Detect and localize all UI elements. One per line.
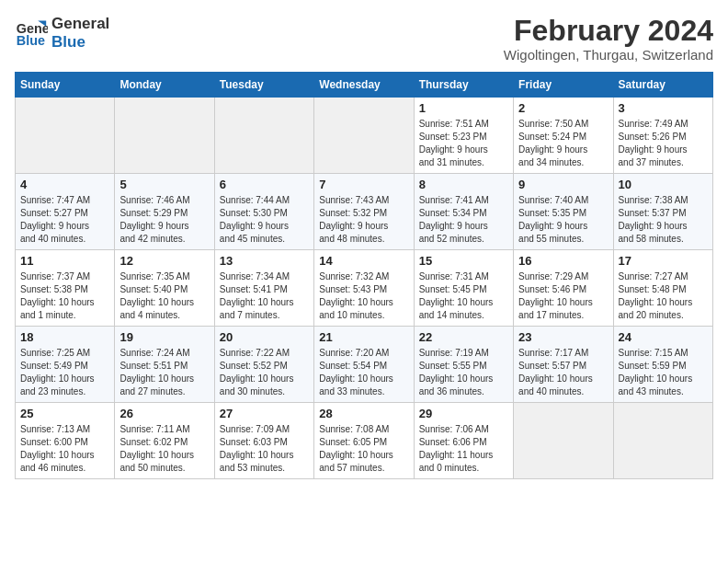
calendar-cell bbox=[16, 98, 115, 174]
day-number: 8 bbox=[419, 178, 508, 191]
day-number: 22 bbox=[419, 330, 508, 344]
calendar-cell: 15Sunrise: 7:31 AM Sunset: 5:45 PM Dayli… bbox=[414, 250, 513, 327]
day-info: Sunrise: 7:41 AM Sunset: 5:34 PM Dayligh… bbox=[419, 194, 508, 246]
day-info: Sunrise: 7:24 AM Sunset: 5:51 PM Dayligh… bbox=[119, 347, 209, 398]
calendar-cell bbox=[314, 98, 414, 174]
title-block: February 2024 Wigoltingen, Thurgau, Swit… bbox=[504, 15, 713, 63]
day-info: Sunrise: 7:37 AM Sunset: 5:38 PM Dayligh… bbox=[20, 270, 109, 322]
header-wednesday: Wednesday bbox=[314, 73, 414, 98]
week-row-3: 18Sunrise: 7:25 AM Sunset: 5:49 PM Dayli… bbox=[16, 327, 713, 403]
day-info: Sunrise: 7:15 AM Sunset: 5:59 PM Dayligh… bbox=[619, 347, 708, 398]
day-number: 28 bbox=[319, 407, 408, 420]
day-info: Sunrise: 7:49 AM Sunset: 5:26 PM Dayligh… bbox=[619, 118, 708, 169]
week-row-0: 1Sunrise: 7:51 AM Sunset: 5:23 PM Daylig… bbox=[16, 98, 713, 174]
header-thursday: Thursday bbox=[414, 73, 513, 98]
day-number: 11 bbox=[20, 254, 109, 268]
day-number: 6 bbox=[220, 178, 309, 191]
calendar-cell bbox=[115, 98, 214, 174]
day-number: 21 bbox=[319, 330, 408, 344]
calendar-table: SundayMondayTuesdayWednesdayThursdayFrid… bbox=[15, 72, 713, 479]
day-number: 16 bbox=[518, 254, 608, 268]
day-info: Sunrise: 7:29 AM Sunset: 5:46 PM Dayligh… bbox=[518, 270, 608, 322]
calendar-cell: 29Sunrise: 7:06 AM Sunset: 6:06 PM Dayli… bbox=[414, 403, 513, 479]
day-info: Sunrise: 7:06 AM Sunset: 6:06 PM Dayligh… bbox=[419, 423, 508, 475]
header-monday: Monday bbox=[115, 73, 214, 98]
calendar-cell: 1Sunrise: 7:51 AM Sunset: 5:23 PM Daylig… bbox=[414, 98, 513, 174]
header-sunday: Sunday bbox=[16, 73, 115, 98]
day-info: Sunrise: 7:38 AM Sunset: 5:37 PM Dayligh… bbox=[619, 194, 708, 246]
day-number: 26 bbox=[119, 407, 209, 420]
svg-text:Blue: Blue bbox=[17, 32, 45, 47]
day-number: 15 bbox=[419, 254, 508, 268]
calendar-cell: 20Sunrise: 7:22 AM Sunset: 5:52 PM Dayli… bbox=[214, 327, 313, 403]
week-row-4: 25Sunrise: 7:13 AM Sunset: 6:00 PM Dayli… bbox=[16, 403, 713, 479]
day-number: 10 bbox=[619, 178, 708, 191]
day-info: Sunrise: 7:31 AM Sunset: 5:45 PM Dayligh… bbox=[419, 270, 508, 322]
calendar-cell bbox=[613, 403, 712, 479]
logo: General Blue General Blue bbox=[15, 15, 109, 51]
calendar-cell bbox=[514, 403, 613, 479]
day-number: 19 bbox=[119, 330, 209, 344]
calendar-cell: 28Sunrise: 7:08 AM Sunset: 6:05 PM Dayli… bbox=[314, 403, 414, 479]
day-number: 25 bbox=[20, 407, 109, 420]
location-subtitle: Wigoltingen, Thurgau, Switzerland bbox=[504, 47, 713, 63]
day-info: Sunrise: 7:17 AM Sunset: 5:57 PM Dayligh… bbox=[518, 347, 608, 398]
calendar-cell: 14Sunrise: 7:32 AM Sunset: 5:43 PM Dayli… bbox=[314, 250, 414, 327]
calendar-cell: 7Sunrise: 7:43 AM Sunset: 5:32 PM Daylig… bbox=[314, 174, 414, 250]
day-info: Sunrise: 7:08 AM Sunset: 6:05 PM Dayligh… bbox=[319, 423, 408, 475]
day-number: 14 bbox=[319, 254, 408, 268]
calendar-cell: 13Sunrise: 7:34 AM Sunset: 5:41 PM Dayli… bbox=[214, 250, 313, 327]
day-number: 9 bbox=[518, 178, 608, 191]
day-number: 13 bbox=[220, 254, 309, 268]
day-info: Sunrise: 7:19 AM Sunset: 5:55 PM Dayligh… bbox=[419, 347, 508, 398]
calendar-cell: 21Sunrise: 7:20 AM Sunset: 5:54 PM Dayli… bbox=[314, 327, 414, 403]
calendar-cell: 9Sunrise: 7:40 AM Sunset: 5:35 PM Daylig… bbox=[514, 174, 613, 250]
calendar-cell: 8Sunrise: 7:41 AM Sunset: 5:34 PM Daylig… bbox=[414, 174, 513, 250]
month-title: February 2024 bbox=[504, 15, 713, 47]
calendar-cell: 11Sunrise: 7:37 AM Sunset: 5:38 PM Dayli… bbox=[16, 250, 115, 327]
calendar-cell: 23Sunrise: 7:17 AM Sunset: 5:57 PM Dayli… bbox=[514, 327, 613, 403]
day-info: Sunrise: 7:47 AM Sunset: 5:27 PM Dayligh… bbox=[20, 194, 109, 246]
calendar-cell bbox=[214, 98, 313, 174]
calendar-cell: 10Sunrise: 7:38 AM Sunset: 5:37 PM Dayli… bbox=[613, 174, 712, 250]
calendar-cell: 19Sunrise: 7:24 AM Sunset: 5:51 PM Dayli… bbox=[115, 327, 214, 403]
day-number: 23 bbox=[518, 330, 608, 344]
day-number: 4 bbox=[20, 178, 109, 191]
logo-blue: Blue bbox=[51, 33, 109, 52]
day-info: Sunrise: 7:35 AM Sunset: 5:40 PM Dayligh… bbox=[119, 270, 209, 322]
header-friday: Friday bbox=[514, 73, 613, 98]
day-info: Sunrise: 7:13 AM Sunset: 6:00 PM Dayligh… bbox=[20, 423, 109, 475]
day-info: Sunrise: 7:11 AM Sunset: 6:02 PM Dayligh… bbox=[119, 423, 209, 475]
calendar-cell: 26Sunrise: 7:11 AM Sunset: 6:02 PM Dayli… bbox=[115, 403, 214, 479]
day-number: 18 bbox=[20, 330, 109, 344]
day-number: 3 bbox=[619, 101, 708, 115]
day-number: 24 bbox=[619, 330, 708, 344]
calendar-cell: 2Sunrise: 7:50 AM Sunset: 5:24 PM Daylig… bbox=[514, 98, 613, 174]
calendar-cell: 24Sunrise: 7:15 AM Sunset: 5:59 PM Dayli… bbox=[613, 327, 712, 403]
day-info: Sunrise: 7:32 AM Sunset: 5:43 PM Dayligh… bbox=[319, 270, 408, 322]
calendar-cell: 6Sunrise: 7:44 AM Sunset: 5:30 PM Daylig… bbox=[214, 174, 313, 250]
day-info: Sunrise: 7:43 AM Sunset: 5:32 PM Dayligh… bbox=[319, 194, 408, 246]
logo-icon: General Blue bbox=[15, 17, 48, 50]
calendar-header-row: SundayMondayTuesdayWednesdayThursdayFrid… bbox=[16, 73, 713, 98]
calendar-cell: 25Sunrise: 7:13 AM Sunset: 6:00 PM Dayli… bbox=[16, 403, 115, 479]
header-tuesday: Tuesday bbox=[214, 73, 313, 98]
logo-general: General bbox=[51, 15, 109, 33]
week-row-2: 11Sunrise: 7:37 AM Sunset: 5:38 PM Dayli… bbox=[16, 250, 713, 327]
calendar-cell: 22Sunrise: 7:19 AM Sunset: 5:55 PM Dayli… bbox=[414, 327, 513, 403]
day-number: 20 bbox=[220, 330, 309, 344]
week-row-1: 4Sunrise: 7:47 AM Sunset: 5:27 PM Daylig… bbox=[16, 174, 713, 250]
day-info: Sunrise: 7:20 AM Sunset: 5:54 PM Dayligh… bbox=[319, 347, 408, 398]
calendar-cell: 4Sunrise: 7:47 AM Sunset: 5:27 PM Daylig… bbox=[16, 174, 115, 250]
calendar-cell: 12Sunrise: 7:35 AM Sunset: 5:40 PM Dayli… bbox=[115, 250, 214, 327]
day-info: Sunrise: 7:25 AM Sunset: 5:49 PM Dayligh… bbox=[20, 347, 109, 398]
calendar-cell: 17Sunrise: 7:27 AM Sunset: 5:48 PM Dayli… bbox=[613, 250, 712, 327]
day-info: Sunrise: 7:22 AM Sunset: 5:52 PM Dayligh… bbox=[220, 347, 309, 398]
day-number: 29 bbox=[419, 407, 508, 420]
day-number: 17 bbox=[619, 254, 708, 268]
calendar-cell: 16Sunrise: 7:29 AM Sunset: 5:46 PM Dayli… bbox=[514, 250, 613, 327]
calendar-cell: 3Sunrise: 7:49 AM Sunset: 5:26 PM Daylig… bbox=[613, 98, 712, 174]
day-info: Sunrise: 7:34 AM Sunset: 5:41 PM Dayligh… bbox=[220, 270, 309, 322]
day-number: 7 bbox=[319, 178, 408, 191]
day-number: 5 bbox=[119, 178, 209, 191]
